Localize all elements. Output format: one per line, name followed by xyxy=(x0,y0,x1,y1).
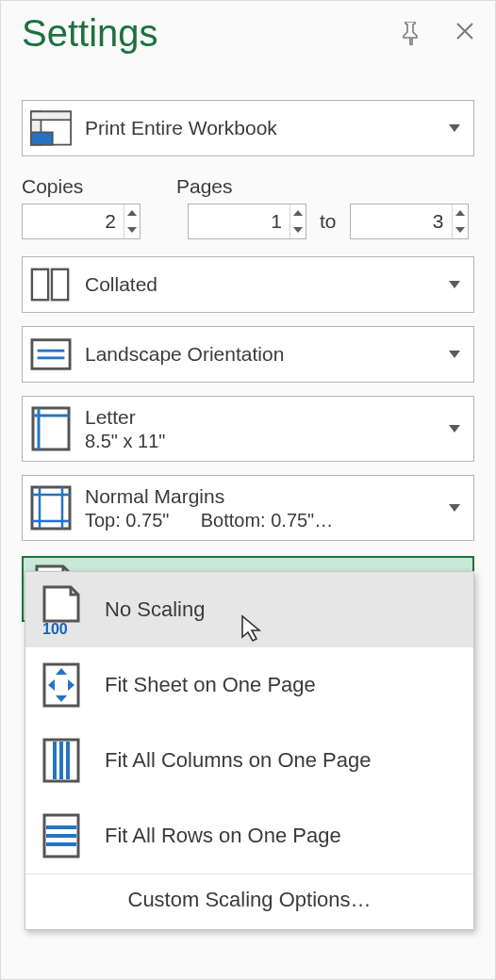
titlebar-controls xyxy=(401,22,474,45)
labels-row: Copies Pages xyxy=(22,175,474,198)
paper-icon xyxy=(30,408,72,449)
inputs-row: to xyxy=(22,204,474,239)
no-scaling-icon: 100 xyxy=(39,587,84,632)
paper-text: Letter 8.5" x 11" xyxy=(85,405,436,451)
custom-scaling-link[interactable]: Custom Scaling Options… xyxy=(25,874,473,929)
chevron-down-icon xyxy=(449,124,460,132)
scaling-option-fit-columns[interactable]: Fit All Columns on One Page xyxy=(25,723,473,798)
copies-stepper[interactable] xyxy=(22,204,141,239)
panel-title: Settings xyxy=(22,12,158,55)
svg-rect-2 xyxy=(31,111,71,120)
scaling-option-fit-rows[interactable]: Fit All Rows on One Page xyxy=(25,798,473,874)
copies-input[interactable] xyxy=(23,204,124,238)
copies-down-button[interactable] xyxy=(124,221,140,238)
collated-icon xyxy=(30,264,72,305)
copies-label: Copies xyxy=(22,175,176,198)
fit-rows-icon xyxy=(39,813,84,858)
settings-content: Print Entire Workbook Copies Pages xyxy=(1,68,495,622)
pages-from-up-button[interactable] xyxy=(290,204,306,221)
chevron-down-icon xyxy=(449,351,460,358)
pages-to-label: to xyxy=(320,210,337,233)
margins-sub: Top: 0.75" Bottom: 0.75"… xyxy=(85,509,436,531)
margins-dropdown[interactable]: Normal Margins Top: 0.75" Bottom: 0.75"… xyxy=(22,475,474,541)
orientation-label: Landscape Orientation xyxy=(85,342,436,366)
paper-title: Letter xyxy=(85,405,436,429)
option-label: Fit All Columns on One Page xyxy=(105,748,371,773)
chevron-down-icon xyxy=(449,281,460,288)
chevron-down-icon xyxy=(449,425,460,433)
landscape-icon xyxy=(30,334,72,375)
close-icon[interactable] xyxy=(455,22,474,45)
print-what-dropdown[interactable]: Print Entire Workbook xyxy=(22,100,474,156)
pages-from-down-button[interactable] xyxy=(290,221,306,238)
scaling-menu: 100 No Scaling Fit Sheet on One Page xyxy=(25,571,474,930)
pages-label: Pages xyxy=(176,175,233,198)
svg-rect-12 xyxy=(32,487,70,529)
paper-size-dropdown[interactable]: Letter 8.5" x 11" xyxy=(22,396,474,462)
chevron-down-icon xyxy=(449,504,460,512)
svg-rect-5 xyxy=(52,270,68,301)
svg-text:100: 100 xyxy=(42,621,68,634)
collate-label: Collated xyxy=(85,272,436,296)
svg-rect-4 xyxy=(32,270,48,301)
copies-pages-row: Copies Pages to xyxy=(22,175,474,239)
titlebar: Settings xyxy=(1,1,495,68)
pages-from-stepper[interactable] xyxy=(188,204,306,239)
fit-sheet-icon xyxy=(39,662,84,708)
pages-to-down-button[interactable] xyxy=(453,221,468,238)
orientation-dropdown[interactable]: Landscape Orientation xyxy=(22,326,474,383)
scaling-option-fit-sheet[interactable]: Fit Sheet on One Page xyxy=(25,647,473,723)
margins-title: Normal Margins xyxy=(85,484,436,508)
option-label: Fit Sheet on One Page xyxy=(105,673,316,697)
pin-icon[interactable] xyxy=(401,22,420,45)
fit-columns-icon xyxy=(39,738,84,783)
scaling-option-no-scaling[interactable]: 100 No Scaling xyxy=(25,572,473,647)
print-what-label: Print Entire Workbook xyxy=(85,116,436,139)
margins-text: Normal Margins Top: 0.75" Bottom: 0.75"… xyxy=(85,484,436,531)
pages-from-input[interactable] xyxy=(189,204,289,238)
copies-up-button[interactable] xyxy=(124,204,140,221)
pages-to-stepper[interactable] xyxy=(350,204,469,239)
collate-dropdown[interactable]: Collated xyxy=(22,256,474,313)
svg-rect-6 xyxy=(32,340,70,369)
paper-sub: 8.5" x 11" xyxy=(85,430,436,452)
option-label: Fit All Rows on One Page xyxy=(105,824,341,848)
svg-rect-3 xyxy=(31,132,53,144)
option-label: No Scaling xyxy=(105,597,205,622)
workbook-icon xyxy=(30,107,72,149)
pages-to-up-button[interactable] xyxy=(453,204,468,221)
margins-icon xyxy=(30,487,72,529)
pages-to-input[interactable] xyxy=(351,204,452,238)
